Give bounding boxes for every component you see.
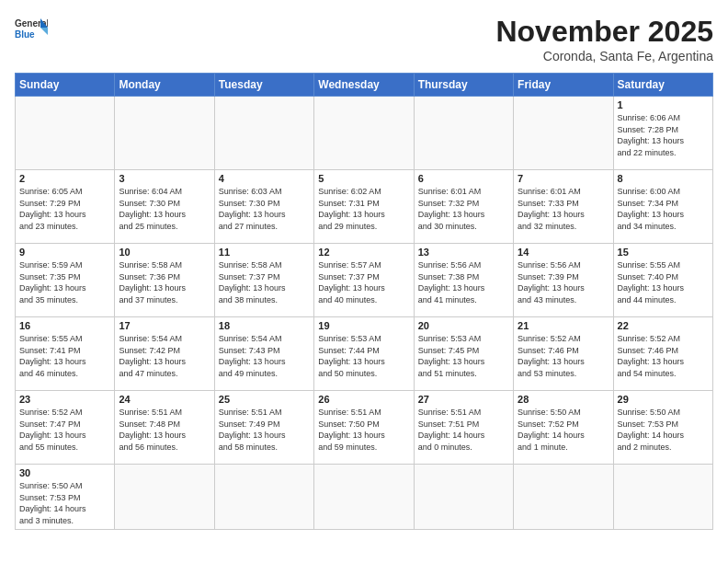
- day-info: Sunrise: 6:00 AMSunset: 7:34 PMDaylight:…: [618, 186, 709, 232]
- weekday-header-cell: Friday: [514, 74, 613, 97]
- day-info: Sunrise: 6:01 AMSunset: 7:32 PMDaylight:…: [418, 186, 509, 232]
- calendar-day-cell: [514, 465, 613, 530]
- calendar-day-cell: 22Sunrise: 5:52 AMSunset: 7:46 PMDayligh…: [613, 317, 712, 391]
- day-number: 5: [318, 173, 409, 184]
- day-number: 24: [119, 394, 210, 405]
- calendar-day-cell: 10Sunrise: 5:58 AMSunset: 7:36 PMDayligh…: [115, 244, 214, 317]
- header: General Blue November 2025 Coronda, Sant…: [15, 15, 713, 63]
- day-info: Sunrise: 5:51 AMSunset: 7:48 PMDaylight:…: [119, 407, 210, 453]
- calendar-day-cell: 2Sunrise: 6:05 AMSunset: 7:29 PMDaylight…: [16, 170, 115, 244]
- day-info: Sunrise: 6:03 AMSunset: 7:30 PMDaylight:…: [219, 186, 310, 232]
- day-info: Sunrise: 6:02 AMSunset: 7:31 PMDaylight:…: [318, 186, 409, 232]
- day-number: 21: [518, 320, 609, 331]
- day-info: Sunrise: 5:52 AMSunset: 7:47 PMDaylight:…: [19, 407, 110, 453]
- svg-text:Blue: Blue: [15, 29, 35, 40]
- title-area: November 2025 Coronda, Santa Fe, Argenti…: [495, 15, 713, 63]
- calendar-day-cell: [514, 97, 613, 170]
- day-number: 2: [19, 173, 110, 184]
- calendar-day-cell: [613, 465, 712, 530]
- calendar-day-cell: [314, 465, 414, 530]
- day-number: 13: [418, 247, 509, 258]
- calendar-week-row: 1Sunrise: 6:06 AMSunset: 7:28 PMDaylight…: [16, 97, 713, 170]
- calendar-day-cell: 12Sunrise: 5:57 AMSunset: 7:37 PMDayligh…: [314, 244, 414, 317]
- day-info: Sunrise: 5:55 AMSunset: 7:41 PMDaylight:…: [19, 333, 110, 379]
- calendar-day-cell: 30Sunrise: 5:50 AMSunset: 7:53 PMDayligh…: [16, 465, 115, 530]
- calendar-day-cell: 15Sunrise: 5:55 AMSunset: 7:40 PMDayligh…: [613, 244, 712, 317]
- day-number: 19: [318, 320, 409, 331]
- day-info: Sunrise: 6:06 AMSunset: 7:28 PMDaylight:…: [618, 112, 709, 158]
- calendar-day-cell: [115, 97, 214, 170]
- day-info: Sunrise: 6:04 AMSunset: 7:30 PMDaylight:…: [119, 186, 210, 232]
- day-number: 23: [19, 394, 110, 405]
- day-info: Sunrise: 5:58 AMSunset: 7:36 PMDaylight:…: [119, 259, 210, 305]
- logo: General Blue: [15, 15, 48, 42]
- calendar-day-cell: 28Sunrise: 5:50 AMSunset: 7:52 PMDayligh…: [514, 391, 613, 465]
- day-number: 6: [418, 173, 509, 184]
- calendar-day-cell: [214, 465, 313, 530]
- weekday-header-cell: Monday: [115, 74, 214, 97]
- day-number: 11: [219, 247, 310, 258]
- calendar-day-cell: 11Sunrise: 5:58 AMSunset: 7:37 PMDayligh…: [214, 244, 313, 317]
- calendar-day-cell: [16, 97, 115, 170]
- day-number: 26: [318, 394, 409, 405]
- month-title: November 2025: [495, 15, 713, 49]
- day-number: 12: [318, 247, 409, 258]
- weekday-header-cell: Saturday: [613, 74, 712, 97]
- calendar-day-cell: [414, 465, 513, 530]
- day-number: 20: [418, 320, 509, 331]
- day-info: Sunrise: 5:51 AMSunset: 7:49 PMDaylight:…: [219, 407, 310, 453]
- day-number: 4: [219, 173, 310, 184]
- day-info: Sunrise: 5:55 AMSunset: 7:40 PMDaylight:…: [618, 259, 709, 305]
- calendar-day-cell: 1Sunrise: 6:06 AMSunset: 7:28 PMDaylight…: [613, 97, 712, 170]
- calendar-day-cell: 3Sunrise: 6:04 AMSunset: 7:30 PMDaylight…: [115, 170, 214, 244]
- day-info: Sunrise: 5:51 AMSunset: 7:50 PMDaylight:…: [318, 407, 409, 453]
- calendar-week-row: 9Sunrise: 5:59 AMSunset: 7:35 PMDaylight…: [16, 244, 713, 317]
- day-number: 30: [19, 467, 110, 478]
- calendar-day-cell: 25Sunrise: 5:51 AMSunset: 7:49 PMDayligh…: [214, 391, 313, 465]
- calendar-day-cell: 16Sunrise: 5:55 AMSunset: 7:41 PMDayligh…: [16, 317, 115, 391]
- day-info: Sunrise: 6:01 AMSunset: 7:33 PMDaylight:…: [518, 186, 609, 232]
- calendar-week-row: 23Sunrise: 5:52 AMSunset: 7:47 PMDayligh…: [16, 391, 713, 465]
- day-number: 7: [518, 173, 609, 184]
- weekday-header-row: SundayMondayTuesdayWednesdayThursdayFrid…: [16, 74, 713, 97]
- logo-icon: General Blue: [15, 15, 48, 42]
- location-subtitle: Coronda, Santa Fe, Argentina: [495, 49, 713, 63]
- calendar-day-cell: 27Sunrise: 5:51 AMSunset: 7:51 PMDayligh…: [414, 391, 513, 465]
- calendar-day-cell: 13Sunrise: 5:56 AMSunset: 7:38 PMDayligh…: [414, 244, 513, 317]
- day-number: 1: [618, 99, 709, 110]
- calendar-day-cell: [214, 97, 313, 170]
- calendar-day-cell: 19Sunrise: 5:53 AMSunset: 7:44 PMDayligh…: [314, 317, 414, 391]
- calendar-day-cell: [314, 97, 414, 170]
- weekday-header-cell: Wednesday: [314, 74, 414, 97]
- day-number: 18: [219, 320, 310, 331]
- calendar-body: 1Sunrise: 6:06 AMSunset: 7:28 PMDaylight…: [16, 97, 713, 530]
- calendar-day-cell: 21Sunrise: 5:52 AMSunset: 7:46 PMDayligh…: [514, 317, 613, 391]
- calendar-day-cell: 17Sunrise: 5:54 AMSunset: 7:42 PMDayligh…: [115, 317, 214, 391]
- calendar-day-cell: 8Sunrise: 6:00 AMSunset: 7:34 PMDaylight…: [613, 170, 712, 244]
- weekday-header-cell: Sunday: [16, 74, 115, 97]
- day-info: Sunrise: 5:57 AMSunset: 7:37 PMDaylight:…: [318, 259, 409, 305]
- day-number: 15: [618, 247, 709, 258]
- day-info: Sunrise: 5:50 AMSunset: 7:53 PMDaylight:…: [19, 480, 110, 526]
- day-number: 14: [518, 247, 609, 258]
- day-number: 8: [618, 173, 709, 184]
- calendar-day-cell: 29Sunrise: 5:50 AMSunset: 7:53 PMDayligh…: [613, 391, 712, 465]
- calendar-day-cell: 26Sunrise: 5:51 AMSunset: 7:50 PMDayligh…: [314, 391, 414, 465]
- day-info: Sunrise: 5:58 AMSunset: 7:37 PMDaylight:…: [219, 259, 310, 305]
- day-number: 25: [219, 394, 310, 405]
- day-number: 27: [418, 394, 509, 405]
- day-info: Sunrise: 5:54 AMSunset: 7:43 PMDaylight:…: [219, 333, 310, 379]
- svg-marker-3: [40, 28, 48, 35]
- calendar-day-cell: 20Sunrise: 5:53 AMSunset: 7:45 PMDayligh…: [414, 317, 513, 391]
- calendar-day-cell: 4Sunrise: 6:03 AMSunset: 7:30 PMDaylight…: [214, 170, 313, 244]
- day-number: 17: [119, 320, 210, 331]
- day-info: Sunrise: 5:52 AMSunset: 7:46 PMDaylight:…: [518, 333, 609, 379]
- weekday-header-cell: Thursday: [414, 74, 513, 97]
- day-info: Sunrise: 5:54 AMSunset: 7:42 PMDaylight:…: [119, 333, 210, 379]
- day-info: Sunrise: 5:51 AMSunset: 7:51 PMDaylight:…: [418, 407, 509, 453]
- calendar-day-cell: 18Sunrise: 5:54 AMSunset: 7:43 PMDayligh…: [214, 317, 313, 391]
- calendar-week-row: 16Sunrise: 5:55 AMSunset: 7:41 PMDayligh…: [16, 317, 713, 391]
- calendar-day-cell: [115, 465, 214, 530]
- day-number: 10: [119, 247, 210, 258]
- calendar-day-cell: 7Sunrise: 6:01 AMSunset: 7:33 PMDaylight…: [514, 170, 613, 244]
